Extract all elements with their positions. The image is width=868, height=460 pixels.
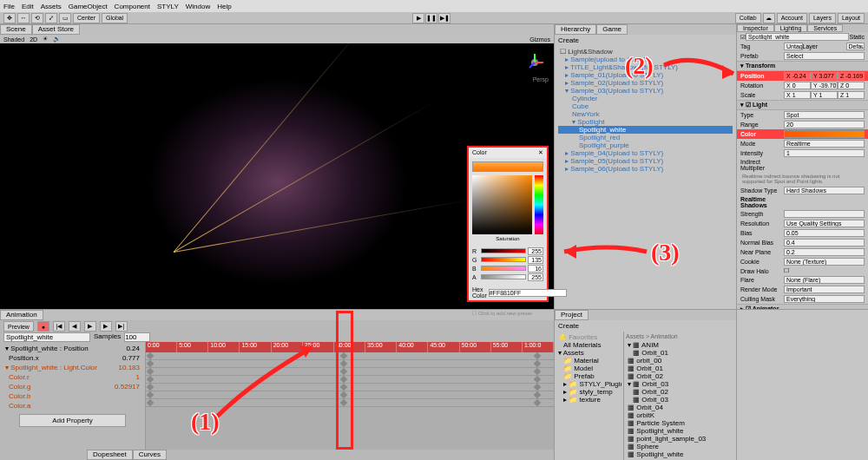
scl-x[interactable]: X 1 [784,91,811,99]
tab-dopesheet[interactable]: Dopesheet [87,450,133,460]
culling-mask[interactable]: Everything [784,295,865,303]
last-frame-button[interactable]: ▶| [115,321,128,332]
menu-gameobject[interactable]: GameObject [69,3,108,10]
file-item[interactable]: ▦ Sphere [626,443,734,450]
gizmos-dropdown[interactable]: Gizmos [529,36,550,43]
shadow-strength[interactable] [784,210,865,218]
anim-prop-sub[interactable]: Color.a [2,401,143,411]
file-item[interactable]: ▦ Orbit_01 [626,365,734,372]
tree-folder[interactable]: ▸ 📁 texture [556,396,621,404]
tree-favorites[interactable]: ⭐ Favorites [556,333,621,341]
tab-hierarchy[interactable]: Hierarchy [555,24,596,35]
anim-prop-sub[interactable]: Color.r1 [2,372,143,382]
step-button[interactable]: ▶❚ [438,13,450,23]
menu-help[interactable]: Help [217,3,231,10]
scale-tool[interactable]: ⤢ [45,13,57,23]
animator-header[interactable]: ▸ ☑ Animator [737,304,868,309]
file-item[interactable]: ▦ orbit_00 [626,357,734,365]
lighting-icon[interactable]: ☀ [43,36,48,43]
g-value[interactable]: 135 [528,256,543,264]
file-item[interactable]: ▦ Spotlight_white [626,450,734,458]
prefab-select[interactable]: Select [784,52,865,60]
static-toggle[interactable]: Static [849,34,865,40]
shadow-resolution[interactable]: Use Quality Settings [784,220,865,227]
hierarchy-item[interactable]: ▸ Sample_04(Upload to STYLY) [558,149,733,157]
file-item[interactable]: ▾ ▦ Orbit_03 [626,380,734,388]
record-button[interactable]: ● [37,321,49,332]
draw-halo-checkbox[interactable]: ☐ [784,267,789,274]
tree-folder[interactable]: 📁 Material [556,357,621,365]
menu-edit[interactable]: Edit [22,3,34,10]
rot-z[interactable]: Z 0 [838,82,865,89]
shadow-normal-bias[interactable]: 0.4 [784,239,865,246]
tree-folder[interactable]: ▸ 📁 STYLY_Plugin [556,380,621,388]
tab-services[interactable]: Services [807,24,843,32]
r-value[interactable]: 255 [528,247,543,255]
menu-styly[interactable]: STYLY [157,3,179,10]
preview-button[interactable]: Preview [3,321,34,332]
shadow-near[interactable]: 0.2 [784,248,865,256]
a-slider[interactable] [481,274,526,279]
hierarchy-item[interactable]: Spotlight_red [558,134,733,141]
file-item[interactable]: ▾ ▦ ANIM [626,341,734,349]
b-slider[interactable] [481,266,526,271]
tab-asset-store[interactable]: Asset Store [32,24,80,35]
light-type[interactable]: Spot [784,111,865,119]
shadow-type[interactable]: Hard Shadows [784,187,865,194]
layout-dropdown[interactable]: Layout [838,13,865,23]
sv-picker[interactable] [472,175,532,234]
play-button[interactable]: ▶ [412,13,424,23]
hex-field[interactable] [489,289,567,297]
file-item[interactable]: ▦ Orbit_03 [626,396,734,404]
hierarchy-item[interactable]: Cylinder [558,95,733,102]
scl-y[interactable]: Y 1 [811,91,838,99]
tag-dropdown[interactable]: Untagged [784,43,803,50]
cloud-icon[interactable]: ☁ [763,13,775,23]
color-picker-window[interactable]: Color✕ Saturation R255 G135 B16 A255 Hex… [467,146,549,302]
hierarchy-create[interactable]: Create [555,35,736,46]
file-item[interactable]: ▦ Orbit_02 [626,372,734,380]
file-item[interactable]: ▦ orbitK [626,411,734,419]
tab-curves[interactable]: Curves [133,450,167,460]
add-property-button[interactable]: Add Property [19,414,126,427]
hand-tool[interactable]: ✥ [3,13,16,23]
hierarchy-item[interactable]: ▸ Sample_06(Upload to STYLY) [558,165,733,173]
light-flare[interactable]: None (Flare) [784,276,865,284]
shading-mode[interactable]: Shaded [3,36,24,43]
play-anim-button[interactable]: ▶ [84,321,96,332]
file-item[interactable]: ▦ Orbit_01 [626,349,734,357]
light-mode[interactable]: Realtime [784,140,865,148]
object-name-field[interactable]: Spotlight_white [746,33,849,41]
anim-prop-position[interactable]: ▾ Spotlight_white : Position0.24 [2,344,143,353]
menu-file[interactable]: File [3,3,15,10]
light-cookie[interactable]: None (Texture) [784,258,865,266]
pos-z[interactable]: Z -0.169 [838,72,865,80]
file-item[interactable]: ▦ Spotlight_white [626,427,734,435]
first-frame-button[interactable]: |◀ [53,321,65,332]
hue-slider[interactable] [535,175,543,234]
file-item[interactable]: ▦ Orbit_02 [626,388,734,396]
next-key-button[interactable]: ▶ [100,321,112,332]
rect-tool[interactable]: ▭ [59,13,71,23]
r-slider[interactable] [481,248,526,253]
collab-dropdown[interactable]: Collab [735,13,761,23]
layers-dropdown[interactable]: Layers [809,13,836,23]
pivot-toggle[interactable]: Center [73,13,100,23]
prev-key-button[interactable]: ◀ [69,321,81,332]
space-toggle[interactable]: Global [102,13,128,23]
tree-folder[interactable]: ▸ 📁 styly_temp [556,388,621,396]
anim-prop-sub[interactable]: Color.b [2,391,143,401]
tab-scene[interactable]: Scene [0,24,32,35]
tree-assets[interactable]: ▾ Assets [556,349,621,357]
clip-dropdown[interactable]: Spotlight_white [3,332,90,342]
move-tool[interactable]: ↔ [17,13,30,23]
scl-z[interactable]: Z 1 [838,91,865,99]
tab-inspector[interactable]: Inspector [737,24,774,32]
light-color-field[interactable] [784,130,865,138]
hierarchy-item[interactable]: Cube [558,102,733,110]
render-mode[interactable]: Important [784,286,865,293]
anim-prop-sub[interactable]: Color.g0.52917 [2,382,143,391]
light-range[interactable]: 20 [784,121,865,128]
tab-game[interactable]: Game [596,24,628,35]
tree-item[interactable]: All Materials [556,341,621,349]
